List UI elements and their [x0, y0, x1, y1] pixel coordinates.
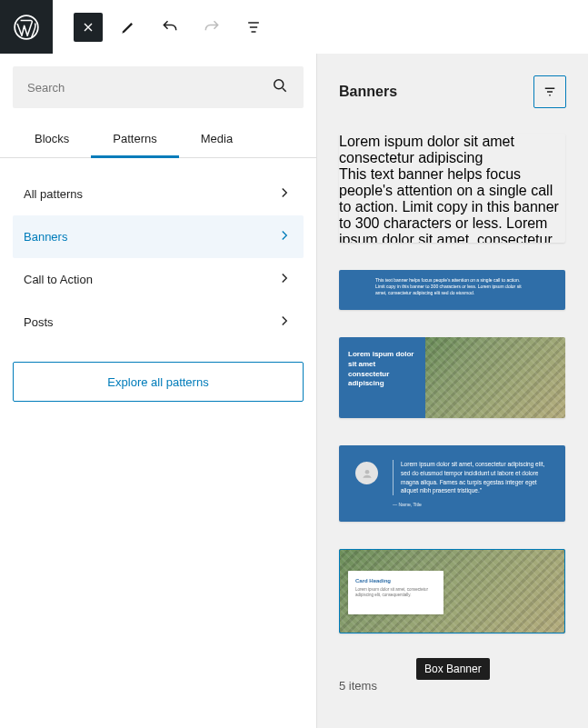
category-label: All patterns — [24, 187, 83, 201]
pattern-card-box-banner[interactable]: Card Heading Lorem ipsum dolor sit amet,… — [339, 549, 565, 633]
svg-point-2 — [364, 469, 369, 474]
svg-point-1 — [274, 80, 284, 89]
document-overview-icon[interactable] — [237, 11, 270, 44]
pattern-text: Lorem ispum dolor sit amet consectetur a… — [339, 337, 425, 418]
topbar-actions — [53, 11, 270, 44]
tab-blocks[interactable]: Blocks — [13, 121, 91, 157]
close-inserter-button[interactable] — [74, 13, 103, 42]
pattern-text: Lorem ipsum dolor sit amet, consectetur … — [393, 460, 549, 495]
pattern-inner-card: Card Heading Lorem ipsum dolor sit amet,… — [348, 571, 443, 614]
chevron-right-icon — [276, 270, 293, 289]
category-label: Banners — [24, 230, 67, 244]
explore-all-patterns-button[interactable]: Explore all patterns — [13, 362, 304, 402]
undo-icon[interactable] — [154, 11, 186, 44]
search-icon — [271, 76, 289, 98]
category-call-to-action[interactable]: Call to Action — [13, 258, 304, 301]
chevron-right-icon — [276, 184, 293, 204]
search-wrap — [0, 54, 316, 121]
pattern-preview-pane: Banners Lorem ispum dolor sit amet conse… — [317, 54, 588, 728]
pattern-categories: All patterns Banners Call to Action Post… — [0, 158, 316, 356]
category-posts[interactable]: Posts — [13, 301, 304, 344]
chevron-right-icon — [276, 313, 293, 332]
tab-patterns[interactable]: Patterns — [91, 121, 178, 157]
topbar — [0, 0, 588, 54]
category-all-patterns[interactable]: All patterns — [13, 173, 304, 215]
preview-title: Banners — [339, 84, 397, 100]
avatar-icon — [355, 462, 378, 484]
pattern-text: Card Heading — [355, 578, 436, 583]
wordpress-logo[interactable] — [0, 0, 53, 54]
pattern-text: — Name, Title — [393, 502, 549, 507]
pattern-text: This text banner helps focus people's at… — [339, 166, 565, 243]
pattern-list: Lorem ispum dolor sit amet consectetur a… — [339, 134, 566, 706]
items-count: 5 items — [339, 679, 566, 693]
pattern-card[interactable]: This text banner helps focus people's at… — [339, 270, 565, 310]
filter-button[interactable] — [533, 75, 566, 108]
redo-icon — [195, 11, 228, 44]
chevron-right-icon — [276, 227, 293, 246]
main: Blocks Patterns Media All patterns Banne… — [0, 54, 588, 728]
category-label: Call to Action — [24, 273, 93, 286]
inserter-tabs: Blocks Patterns Media — [0, 121, 316, 158]
pattern-text: This text banner helps focus people's at… — [375, 277, 529, 296]
category-label: Posts — [24, 315, 54, 329]
pattern-card[interactable]: Lorem ipsum dolor sit amet, consectetur … — [339, 445, 565, 522]
search-input[interactable] — [27, 81, 271, 95]
preview-header: Banners — [339, 75, 566, 108]
pattern-text: Lorem ipsum dolor sit amet, consectetur … — [355, 587, 436, 599]
pattern-tooltip: Box Banner — [416, 658, 490, 680]
pattern-card[interactable]: Lorem ispum dolor sit amet consectetur a… — [339, 134, 565, 243]
inserter-sidebar: Blocks Patterns Media All patterns Banne… — [0, 54, 317, 728]
tab-media[interactable]: Media — [179, 121, 254, 157]
category-banners[interactable]: Banners — [13, 215, 304, 258]
pattern-image — [425, 337, 565, 418]
search-field[interactable] — [13, 66, 304, 108]
pattern-card[interactable]: Lorem ispum dolor sit amet consectetur a… — [339, 337, 565, 418]
pattern-text: Lorem ispum dolor sit amet consectetur a… — [339, 134, 565, 166]
edit-icon[interactable] — [112, 11, 145, 44]
